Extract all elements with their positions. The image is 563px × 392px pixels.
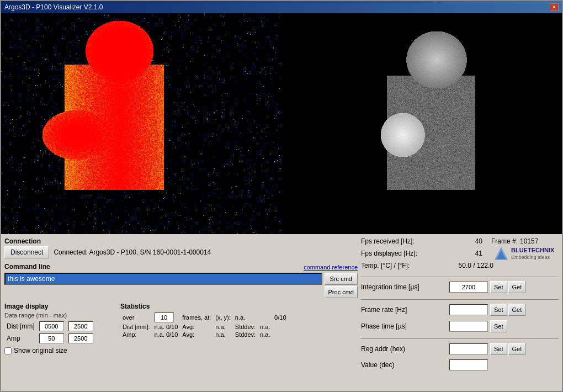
show-original-row: Show original size	[4, 347, 115, 354]
stats-table: over frames, at: (x, y): n.a. 0/10 Dist …	[120, 312, 289, 338]
amp-label: Amp	[4, 332, 37, 345]
logo-area: BLUETECHNIX Embedding Ideas	[493, 246, 554, 261]
phase-time-set-button[interactable]: Set	[490, 320, 507, 332]
fps-displayed-label: Fps displayed [Hz]:	[361, 250, 449, 257]
image-panel	[1, 13, 562, 234]
stats-label: Statistics	[120, 303, 358, 310]
dist-label: Dist [mm]	[4, 320, 37, 332]
fps-received-row: Fps received [Hz]: 40 Frame #: 10157	[361, 237, 559, 245]
frame-rate-input[interactable]	[449, 304, 488, 315]
connection-status: Connected: Argos3D - P100, S/N 160-0001-…	[54, 248, 211, 256]
right-controls: Fps received [Hz]: 40 Frame #: 10157 Fps…	[361, 237, 559, 388]
integration-input[interactable]	[449, 282, 488, 293]
grayscale-canvas	[282, 13, 562, 234]
integration-row: Integration time [µs] Set Get	[361, 281, 559, 293]
frame-label: Frame #:	[491, 237, 518, 245]
dist-stat: n.a. 0/10	[152, 323, 180, 331]
left-controls: Connection Disconnect Connected: Argos3D…	[4, 237, 358, 388]
dist-max-input[interactable]	[68, 321, 93, 331]
stats-section: Statistics over frames, at: (x, y): n.a.…	[120, 303, 358, 354]
divider-1	[361, 277, 559, 277]
dist-min-input[interactable]	[39, 321, 64, 331]
stats-row-1: over frames, at: (x, y): n.a. 0/10	[120, 312, 289, 323]
main-content: Connection Disconnect Connected: Argos3D…	[1, 13, 562, 391]
command-line-section: Command line command reference Src cmd P…	[4, 263, 358, 298]
reg-addr-input[interactable]	[449, 343, 488, 354]
command-line-label: Command line	[4, 263, 50, 271]
fps-received-value: 40	[449, 237, 482, 245]
title-bar-buttons: ✕	[550, 3, 559, 11]
frame-value: 10157	[520, 237, 538, 245]
image-display-section: Image display Data range (min - max) Dis…	[4, 303, 115, 354]
logo-icon	[493, 246, 509, 261]
phase-time-row: Phase time [µs] Set	[361, 320, 559, 332]
avg-amp-label: Avg:	[180, 331, 213, 338]
stddev-amp-value: n.a.	[258, 331, 288, 338]
frames-label: frames, at:	[180, 312, 213, 323]
show-original-label[interactable]: Show original size	[4, 347, 115, 354]
value-dec-label: Value (dec)	[361, 361, 449, 369]
count-value: 0/10	[258, 312, 288, 323]
brand-name: BLUETECHNIX	[511, 247, 554, 254]
avg-value: n.a.	[213, 323, 233, 331]
amp-max-input[interactable]	[68, 333, 93, 343]
show-original-checkbox[interactable]	[4, 347, 12, 354]
stddev-amp-label: Stddev:	[233, 331, 258, 338]
frame-rate-buttons: Set	[490, 304, 507, 316]
frame-rate-row: Frame rate [Hz] Set Get	[361, 304, 559, 316]
integration-set-button[interactable]: Set	[490, 281, 507, 293]
integration-get-button[interactable]: Get	[508, 281, 526, 293]
proc-cmd-button[interactable]: Proc cmd	[325, 286, 358, 298]
divider-2	[361, 299, 559, 300]
src-cmd-button[interactable]: Src cmd	[325, 273, 358, 285]
reg-addr-label: Reg addr (hex)	[361, 345, 449, 353]
value-dec-row: Value (dec)	[361, 359, 559, 370]
stats-row-2: Dist [mm]: n.a. 0/10 Avg: n.a. Stddev: n…	[120, 323, 289, 331]
value-dec-input[interactable]	[449, 359, 488, 370]
command-input[interactable]	[4, 273, 322, 285]
connection-row: Disconnect Connected: Argos3D - P100, S/…	[4, 246, 358, 258]
connection-label: Connection	[4, 237, 358, 245]
amp-stat: n.a. 0/10	[152, 331, 180, 338]
bottom-panel: Connection Disconnect Connected: Argos3D…	[1, 234, 562, 391]
logo-text-area: BLUETECHNIX Embedding Ideas	[511, 247, 554, 259]
thermal-canvas	[1, 13, 282, 234]
phase-time-input[interactable]	[449, 321, 488, 332]
command-line-header: Command line command reference	[4, 263, 358, 272]
temp-row: Temp. [°C] / [°F]: 50.0 / 122.0	[361, 262, 559, 269]
reg-addr-buttons: Set Get	[490, 343, 525, 355]
phase-time-buttons: Set	[490, 320, 507, 332]
reg-addr-get-button[interactable]: Get	[508, 343, 526, 355]
frame-rate-get-button[interactable]: Get	[508, 304, 526, 316]
reg-addr-row: Reg addr (hex) Set Get	[361, 343, 559, 355]
amp-stat-label: Amp:	[120, 331, 152, 338]
disconnect-button[interactable]: Disconnect	[4, 246, 49, 258]
image-settings-table: Dist [mm] Amp	[4, 320, 95, 345]
fps-displayed-row: Fps displayed [Hz]: 41 BLUETECHNIX	[361, 246, 559, 261]
frame-rate-set-button[interactable]: Set	[490, 304, 507, 316]
title-bar: Argos3D - P100 Visualizer V2.1.0 ✕	[1, 1, 562, 13]
fps-received-label: Fps received [Hz]:	[361, 237, 449, 245]
fps-displayed-value: 41	[449, 250, 482, 257]
dist-row: Dist [mm]	[4, 320, 95, 332]
over-label: over	[120, 312, 152, 323]
command-reference-link[interactable]: command reference	[304, 264, 358, 271]
fps-info: Fps received [Hz]: 40 Frame #: 10157 Fps…	[361, 237, 559, 269]
amp-min-input[interactable]	[39, 333, 64, 343]
brand-tagline: Embedding Ideas	[511, 255, 554, 260]
stats-row-3: Amp: n.a. 0/10 Avg: n.a. Stddev: n.a.	[120, 331, 289, 338]
stddev-label: Stddev:	[233, 323, 258, 331]
avg-label: Avg:	[180, 323, 213, 331]
amp-row: Amp	[4, 332, 95, 345]
connection-section: Connection Disconnect Connected: Argos3D…	[4, 237, 358, 261]
reg-addr-set-button[interactable]: Set	[490, 343, 507, 355]
frame-rate-label: Frame rate [Hz]	[361, 306, 449, 314]
xy-value: n.a.	[233, 312, 258, 323]
frames-input[interactable]	[155, 312, 174, 322]
thermal-image-panel	[1, 13, 282, 234]
command-line-row: Src cmd Proc cmd	[4, 273, 358, 298]
close-button[interactable]: ✕	[550, 3, 559, 11]
window-title: Argos3D - P100 Visualizer V2.1.0	[4, 3, 103, 11]
integration-buttons: Set Get	[490, 281, 525, 293]
avg-amp-value: n.a.	[213, 331, 233, 338]
